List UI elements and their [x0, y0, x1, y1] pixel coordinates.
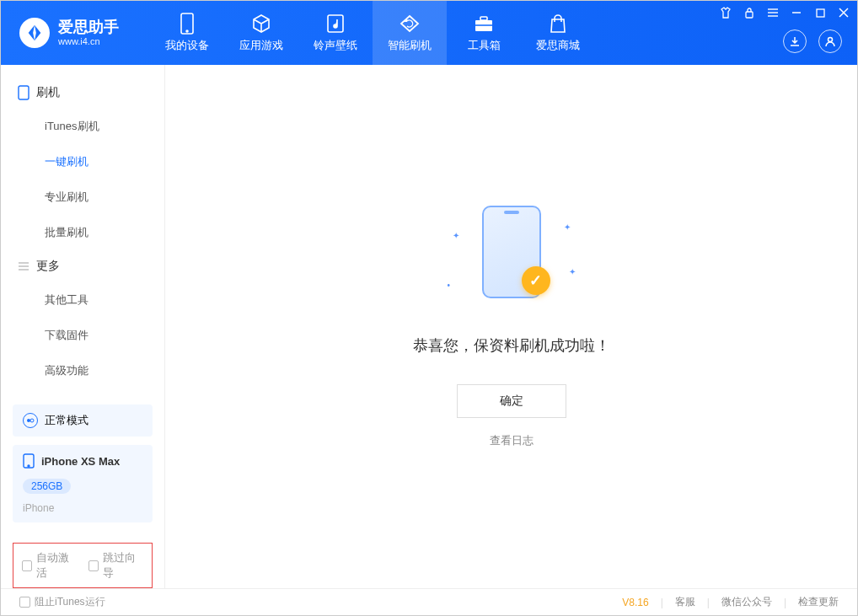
svg-rect-4 — [480, 17, 487, 20]
mode-icon — [23, 413, 38, 428]
check-icon: ✓ — [522, 266, 550, 295]
auto-activate-checkbox[interactable]: 自动激活 — [22, 550, 77, 581]
device-type: iPhone — [23, 502, 54, 514]
sidebar: 刷机 iTunes刷机 一键刷机 专业刷机 批量刷机 更多 其他工具 下载固件 … — [1, 65, 165, 588]
svg-point-1 — [186, 30, 188, 32]
block-itunes-checkbox[interactable]: 阻止iTunes运行 — [19, 595, 105, 609]
maximize-button[interactable] — [813, 6, 827, 19]
main-content: ✦✦•✦ ✓ 恭喜您，保资料刷机成功啦！ 确定 查看日志 — [165, 65, 857, 588]
top-nav: 我的设备 应用游戏 铃声壁纸 智能刷机 工具箱 爱思商城 — [150, 1, 595, 65]
sidebar-item-download-firmware[interactable]: 下载固件 — [1, 318, 164, 353]
nav-apps[interactable]: 应用游戏 — [224, 1, 298, 65]
svg-point-14 — [829, 38, 833, 42]
svg-point-22 — [28, 465, 29, 467]
brand-name: 爱思助手 — [58, 19, 119, 36]
shirt-icon[interactable] — [719, 6, 732, 19]
toolbox-icon — [473, 13, 495, 35]
success-illustration: ✦✦•✦ ✓ — [444, 206, 579, 307]
nav-flash[interactable]: 智能刷机 — [373, 1, 447, 65]
sidebar-item-other-tools[interactable]: 其他工具 — [1, 282, 164, 318]
phone-icon — [18, 85, 29, 100]
storage-badge: 256GB — [23, 479, 71, 494]
lock-icon[interactable] — [743, 6, 756, 19]
minimize-button[interactable] — [790, 6, 803, 19]
device-info-box[interactable]: iPhone XS Max 256GB iPhone — [13, 445, 153, 522]
sidebar-section-flash: 刷机 — [1, 77, 164, 109]
footer-link-update[interactable]: 检查更新 — [798, 595, 839, 609]
svg-rect-2 — [328, 15, 343, 32]
brand-logo: 爱思助手 www.i4.cn — [1, 18, 137, 48]
nav-toolbox[interactable]: 工具箱 — [447, 1, 521, 65]
footer-link-support[interactable]: 客服 — [675, 595, 695, 609]
svg-rect-15 — [19, 86, 29, 99]
music-icon — [324, 13, 346, 35]
svg-point-19 — [27, 419, 30, 422]
header-actions — [783, 29, 842, 53]
footer: 阻止iTunes运行 V8.16 | 客服 | 微信公众号 | 检查更新 — [1, 588, 857, 615]
sidebar-item-itunes-flash[interactable]: iTunes刷机 — [1, 109, 164, 144]
menu-icon[interactable] — [766, 6, 780, 19]
sidebar-item-onekey-flash[interactable]: 一键刷机 — [1, 144, 164, 179]
close-button[interactable] — [837, 6, 850, 19]
logo-icon — [19, 18, 50, 48]
nav-my-device[interactable]: 我的设备 — [150, 1, 224, 65]
svg-rect-6 — [746, 12, 753, 18]
sidebar-section-more: 更多 — [1, 250, 164, 282]
view-log-link[interactable]: 查看日志 — [490, 433, 534, 448]
user-icon[interactable] — [818, 29, 842, 53]
app-header: 爱思助手 www.i4.cn 我的设备 应用游戏 铃声壁纸 智能刷机 工具箱 爱… — [1, 1, 857, 65]
highlight-checkbox-row: 自动激活 跳过向导 — [13, 543, 153, 588]
window-controls — [719, 6, 850, 19]
refresh-icon — [399, 13, 421, 35]
sidebar-item-advanced[interactable]: 高级功能 — [1, 353, 164, 388]
sidebar-item-batch-flash[interactable]: 批量刷机 — [1, 215, 164, 250]
skip-guide-checkbox[interactable]: 跳过向导 — [88, 550, 143, 581]
bag-icon — [547, 13, 569, 35]
sidebar-item-pro-flash[interactable]: 专业刷机 — [1, 179, 164, 215]
svg-rect-11 — [817, 9, 824, 17]
brand-url: www.i4.cn — [58, 36, 119, 46]
success-message: 恭喜您，保资料刷机成功啦！ — [413, 335, 610, 356]
device-name: iPhone XS Max — [41, 455, 120, 468]
cube-icon — [250, 13, 272, 35]
download-icon[interactable] — [783, 29, 807, 53]
ok-button[interactable]: 确定 — [457, 384, 566, 418]
version-label: V8.16 — [622, 597, 648, 608]
footer-link-wechat[interactable]: 微信公众号 — [721, 595, 772, 609]
list-icon — [18, 261, 29, 271]
svg-point-20 — [30, 419, 34, 422]
phone-small-icon — [23, 453, 35, 469]
device-mode-box[interactable]: 正常模式 — [13, 404, 153, 437]
device-icon — [176, 13, 198, 35]
nav-store[interactable]: 爱思商城 — [521, 1, 595, 65]
nav-ringtones[interactable]: 铃声壁纸 — [298, 1, 373, 65]
